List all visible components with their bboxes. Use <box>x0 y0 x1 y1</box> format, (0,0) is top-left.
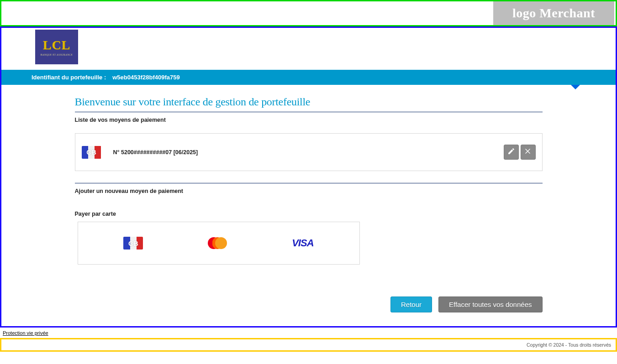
bank-logo-main-text: LCL <box>43 38 71 52</box>
wallet-id-bar: Identifiant du portefeuille : w5eb0453f2… <box>1 70 616 85</box>
merchant-header: logo Merchant <box>0 0 617 26</box>
edit-card-button[interactable] <box>504 145 519 160</box>
delete-card-button[interactable] <box>521 145 536 160</box>
mastercard-icon <box>207 236 228 250</box>
content: Bienvenue sur votre interface de gestion… <box>75 96 543 326</box>
pay-by-card-label: Payer par carte <box>75 211 543 217</box>
pay-option-cb[interactable]: CB <box>123 229 143 257</box>
privacy-bar: Protection vie privée <box>0 328 617 338</box>
add-method-label: Ajouter un nouveau moyen de paiement <box>75 188 543 194</box>
saved-methods-label: Liste de vos moyens de paiement <box>75 117 543 123</box>
main-panel: LCL BANQUE ET ASSURANCE Identifiant du p… <box>0 26 617 328</box>
copyright-text: Copyright © 2024 - Tous droits réservés <box>527 342 611 348</box>
bank-logo: LCL BANQUE ET ASSURANCE <box>35 30 78 64</box>
bank-logo-sub-text: BANQUE ET ASSURANCE <box>41 53 73 56</box>
saved-card-number: N° 5200##########07 [06/2025] <box>113 149 198 156</box>
cb-icon-text: CB <box>123 237 143 250</box>
pay-option-mastercard[interactable] <box>207 229 228 257</box>
cb-card-icon: CB <box>123 237 143 250</box>
divider <box>75 112 543 112</box>
privacy-link[interactable]: Protection vie privée <box>3 330 48 336</box>
merchant-logo-placeholder: logo Merchant <box>493 1 614 25</box>
saved-card-row: CB N° 5200##########07 [06/2025] <box>75 133 543 171</box>
action-bar: Retour Effacer toutes vos données <box>75 296 543 312</box>
visa-icon: VISA <box>292 237 313 249</box>
pay-by-card-options: CB VISA <box>78 222 360 265</box>
divider <box>75 183 543 183</box>
pencil-icon <box>507 147 515 157</box>
wallet-id-label: Identifiant du portefeuille : <box>32 74 106 81</box>
card-actions <box>504 145 536 160</box>
cb-card-icon: CB <box>82 146 101 159</box>
back-button[interactable]: Retour <box>390 296 432 312</box>
tab-indicator-icon <box>571 85 580 89</box>
pay-option-visa[interactable]: VISA <box>292 229 313 257</box>
clear-data-button[interactable]: Effacer toutes vos données <box>438 296 543 312</box>
cb-icon-text: CB <box>82 146 101 159</box>
wallet-id-value: w5eb0453f28bf409fa759 <box>112 74 179 81</box>
close-icon <box>524 147 532 157</box>
page-title: Bienvenue sur votre interface de gestion… <box>75 96 543 108</box>
footer: Copyright © 2024 - Tous droits réservés <box>0 338 617 352</box>
merchant-logo-text: logo Merchant <box>512 6 595 21</box>
